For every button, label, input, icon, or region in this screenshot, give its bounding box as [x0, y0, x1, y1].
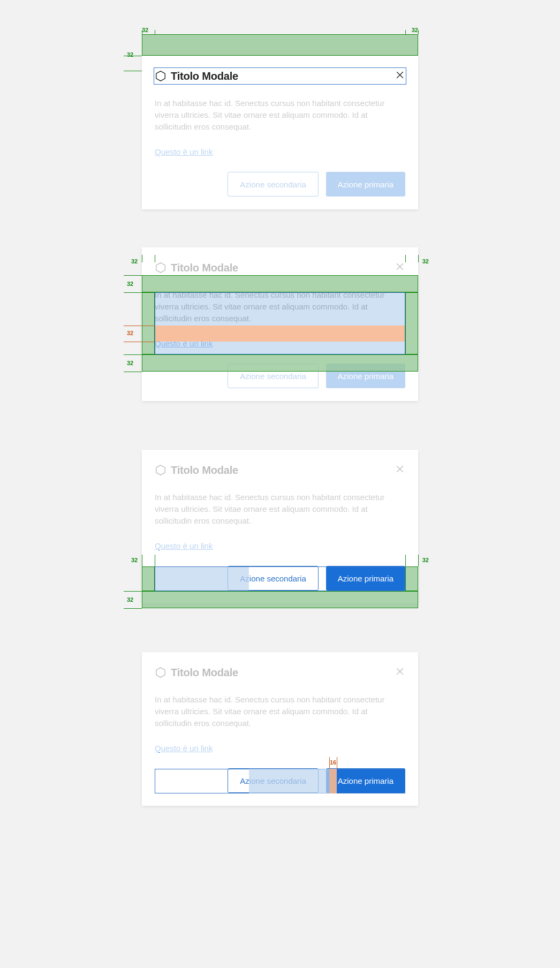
svg-marker-9 [156, 668, 165, 677]
primary-button[interactable]: Azione primaria [326, 768, 405, 793]
modal-link[interactable]: Questo è un link [155, 147, 213, 156]
measure-label: 32 [131, 557, 138, 563]
hexagon-icon [155, 262, 167, 274]
modal-footer: Azione secondaria Azione primaria [155, 768, 405, 793]
spec-frame-body: Titolo Modale In at habitasse hac id. Se… [98, 247, 462, 424]
modal-title: Titolo Modale [171, 70, 238, 82]
primary-button[interactable]: Azione primaria [326, 566, 405, 591]
hexagon-icon [155, 70, 167, 82]
measure-label: 32 [131, 258, 138, 264]
modal-title: Titolo Modale [171, 262, 238, 274]
svg-marker-6 [156, 465, 165, 475]
modal-body-text: In at habitasse hac id. Senectus cursus … [155, 97, 405, 132]
measure-label: 32 [422, 557, 429, 563]
modal-header: Titolo Modale [155, 463, 405, 478]
modal-body-text: In at habitasse hac id. Senectus cursus … [155, 289, 405, 324]
modal: Titolo Modale In at habitasse hac id. Se… [142, 450, 418, 603]
modal: Titolo Modale In at habitasse hac id. Se… [142, 652, 418, 806]
measure-label: 32 [422, 258, 429, 264]
modal-footer: Azione secondaria Azione primaria [155, 566, 405, 591]
secondary-button[interactable]: Azione secondaria [228, 768, 318, 793]
measure-label: 32 [127, 281, 133, 287]
primary-button[interactable]: Azione primaria [326, 172, 405, 196]
modal-title: Titolo Modale [171, 667, 238, 679]
measure-label: 16 [330, 759, 336, 766]
modal: Titolo Modale In at habitasse hac id. Se… [142, 247, 418, 401]
primary-button[interactable]: Azione primaria [326, 364, 405, 388]
measure-label: 32 [127, 360, 133, 366]
modal-link[interactable]: Questo è un link [155, 339, 213, 348]
measure-label: 32 [127, 51, 133, 58]
hexagon-icon [155, 667, 167, 678]
secondary-button[interactable]: Azione secondaria [228, 566, 318, 591]
modal-body-text: In at habitasse hac id. Senectus cursus … [155, 491, 405, 526]
measure-label: 32 [412, 27, 418, 33]
modal-header: Titolo Modale [155, 665, 405, 680]
close-icon[interactable] [395, 261, 405, 272]
secondary-button[interactable]: Azione secondaria [228, 172, 318, 196]
modal-title: Titolo Modale [171, 464, 238, 477]
modal-header: Titolo Modale [155, 260, 405, 275]
secondary-button[interactable]: Azione secondaria [228, 364, 318, 388]
close-icon[interactable] [395, 70, 405, 80]
measure-label: 32 [127, 330, 133, 336]
spec-frame-footer-gap: Titolo Modale In at habitasse hac id. Se… [98, 652, 462, 818]
close-icon[interactable] [395, 666, 405, 677]
svg-marker-3 [156, 263, 165, 273]
modal-link[interactable]: Questo è un link [155, 744, 213, 753]
modal-link[interactable]: Questo è un link [155, 541, 213, 550]
spec-frame-header: 32 32 32 Titolo Modale In at habitasse h… [98, 34, 462, 222]
modal-header: Titolo Modale [155, 69, 405, 84]
measure-label: 32 [127, 596, 133, 603]
modal: Titolo Modale In at habitasse hac id. Se… [142, 56, 418, 209]
spec-frame-footer-padding: Titolo Modale In at habitasse hac id. Se… [98, 450, 462, 626]
close-icon[interactable] [395, 464, 405, 474]
modal-footer: Azione secondaria Azione primaria [155, 172, 405, 196]
svg-marker-0 [156, 71, 165, 81]
modal-body-text: In at habitasse hac id. Senectus cursus … [155, 694, 405, 729]
hexagon-icon [155, 464, 167, 476]
modal-footer: Azione secondaria Azione primaria [155, 364, 405, 388]
measure-label: 32 [142, 27, 148, 33]
